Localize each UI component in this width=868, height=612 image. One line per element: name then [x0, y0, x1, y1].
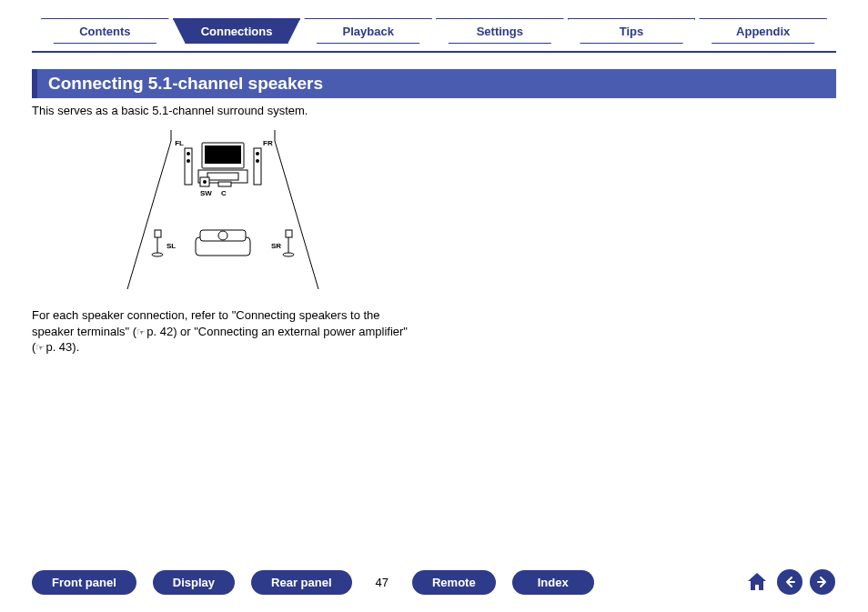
page-ref-2[interactable]: p. 43 — [45, 340, 72, 354]
home-icon[interactable] — [743, 568, 771, 596]
svg-line-0 — [127, 141, 171, 289]
tab-tips[interactable]: Tips — [568, 18, 696, 44]
page-number: 47 — [368, 576, 396, 589]
display-button[interactable]: Display — [153, 570, 235, 595]
svg-line-1 — [275, 141, 318, 289]
svg-point-12 — [187, 152, 190, 156]
label-sw: SW — [200, 189, 212, 197]
nav-underline — [32, 51, 836, 53]
svg-point-22 — [152, 253, 163, 256]
link-ref-icon: ☞ — [136, 326, 146, 337]
label-fl: FL — [175, 139, 184, 147]
index-button[interactable]: Index — [512, 570, 594, 595]
tab-settings[interactable]: Settings — [436, 18, 564, 44]
svg-point-19 — [218, 231, 227, 240]
svg-point-25 — [283, 253, 294, 256]
label-sl: SL — [167, 242, 176, 250]
section-heading: Connecting 5.1-channel speakers — [32, 69, 836, 98]
svg-point-15 — [256, 152, 259, 156]
body-paragraph: For each speaker connection, refer to "C… — [32, 307, 414, 356]
label-sr: SR — [271, 242, 281, 250]
svg-rect-5 — [205, 145, 241, 164]
svg-rect-20 — [155, 230, 161, 237]
tab-playback[interactable]: Playback — [304, 18, 432, 44]
svg-rect-7 — [207, 173, 238, 180]
intro-text: This serves as a basic 5.1-channel surro… — [32, 104, 836, 117]
remote-button[interactable]: Remote — [412, 570, 496, 595]
top-nav-tabs: Contents Connections Playback Settings T… — [32, 18, 836, 44]
tab-contents[interactable]: Contents — [41, 18, 169, 44]
tab-appendix[interactable]: Appendix — [699, 18, 827, 44]
svg-rect-23 — [286, 230, 292, 237]
body-text-3: ). — [72, 340, 79, 354]
svg-rect-8 — [218, 182, 231, 186]
svg-point-10 — [203, 180, 207, 184]
rear-panel-button[interactable]: Rear panel — [251, 570, 351, 595]
link-ref-icon: ☞ — [35, 342, 45, 353]
svg-point-16 — [256, 159, 259, 163]
svg-point-13 — [187, 159, 190, 163]
front-panel-button[interactable]: Front panel — [32, 570, 136, 595]
next-page-icon[interactable] — [809, 568, 836, 596]
tab-connections[interactable]: Connections — [173, 18, 301, 44]
prev-page-icon[interactable] — [776, 568, 803, 596]
speaker-layout-diagram: FL FR SW C SL SR — [32, 130, 414, 298]
footer-bar: Front panel Display Rear panel 47 Remote… — [0, 568, 868, 596]
label-c: C — [221, 189, 227, 197]
label-fr: FR — [263, 139, 273, 147]
page-ref-1[interactable]: p. 42 — [146, 325, 173, 338]
